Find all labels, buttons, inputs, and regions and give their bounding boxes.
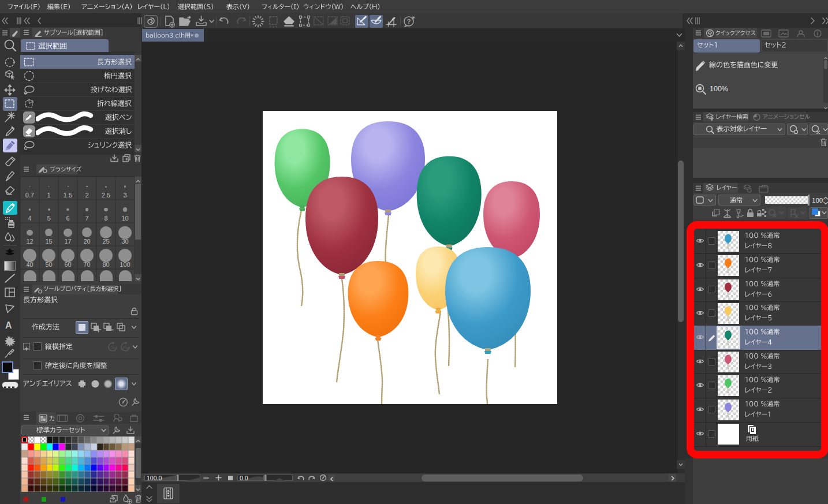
svg-text:Px: Px bbox=[123, 345, 128, 350]
svg-text:%: % bbox=[111, 345, 115, 350]
svg-text:?: ? bbox=[407, 18, 411, 25]
